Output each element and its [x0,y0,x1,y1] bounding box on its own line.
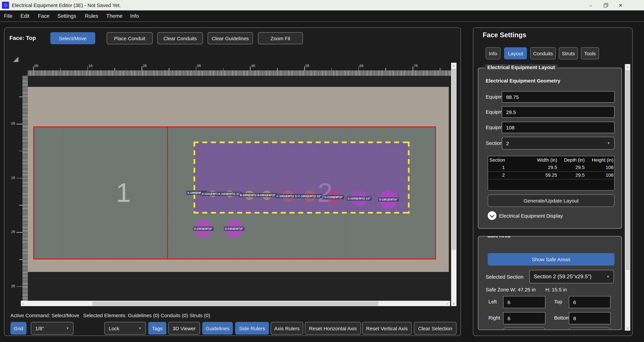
a-1102-label: A-1102|EMT|1 1/2" [217,192,242,196]
axis-rulers-button[interactable]: Axis Rulers [271,322,303,334]
sections-table[interactable]: SectionWidth (in)Depth (in)Height (in)12… [488,156,614,190]
place-conduit-button[interactable]: Place Conduit [107,32,152,44]
guidelines-button[interactable]: Guidelines [202,322,233,334]
safe-zone-height-text: H: 15.5 in [546,287,567,292]
tab-tools[interactable]: Tools [581,47,599,59]
table-cell: 29.5 [518,165,557,170]
tab-layout[interactable]: Layout [504,47,527,59]
table-header-section: Section [489,157,518,162]
safe-area-group-legend: Safe Area [485,236,513,238]
sections-dropdown[interactable]: 2 ▼ [502,137,614,150]
h-ruler-label: 0ft [34,64,38,68]
clear-conduits-button[interactable]: Clear Conduits [157,32,203,44]
menu-info[interactable]: Info [130,13,139,19]
1-8-dropdown[interactable]: 1/8"▼ [31,322,74,334]
horizontal-scroll-thumb[interactable] [92,301,378,306]
ruler-origin-icon [13,57,18,62]
tags-button[interactable]: Tags [148,322,166,334]
tab-struts[interactable]: Struts [559,47,578,59]
table-header-depth-in: Depth (in) [557,157,585,162]
reset-vertical-axis-button[interactable]: Reset Vertical Axis [362,322,412,334]
selected-section-value: Section 2 (59.25"x29.5") [534,274,592,280]
title-bar: Electrical Equipment Editor (3E) - Not S… [0,0,644,10]
panel-scrollbar[interactable]: ∧ ∨ [625,64,630,330]
reset-horizontal-axis-button[interactable]: Reset Horizontal Axis [305,322,361,334]
h-ruler-label: 1ft [88,64,92,68]
tab-conduits[interactable]: Conduits [530,47,556,59]
bottom-margin-input[interactable] [569,312,610,324]
menu-rules[interactable]: Rules [85,13,98,19]
scroll-right-icon[interactable]: › [445,301,450,306]
clear-guidelines-button[interactable]: Clear Guidelines [208,32,253,44]
3d-viewer-button[interactable]: 3D Viewer [168,322,200,334]
safe-zone-width-text: Safe Zone W: 47.25 in [486,287,536,292]
table-row-separator [488,179,614,180]
canvas-horizontal-scrollbar[interactable]: ‹ › [21,301,450,306]
menu-edit[interactable]: Edit [20,13,29,19]
h-ruler-label: 6ft [360,64,364,68]
selected-section-dropdown[interactable]: Section 2 (59.25"x29.5") ▼ [529,270,614,283]
generate-layout-button[interactable]: Generate/Update Layout [488,194,614,207]
table-cell: 29.5 [557,172,585,178]
v-ruler-halftick [19,259,22,260]
show-safe-areas-button[interactable]: Show Safe Areas [488,253,614,266]
clipped-button[interactable] [569,328,610,330]
scroll-down-icon[interactable]: ∨ [625,325,630,330]
minimize-button[interactable]: – [583,0,598,10]
scroll-down-icon[interactable]: ∨ [451,301,456,306]
canvas-vertical-scrollbar[interactable]: ∧ ∨ [451,63,456,306]
equipment-height-in-input[interactable] [502,122,614,133]
safe-zone-dash-edge [408,142,410,214]
selected-section-label: Selected Section [486,274,524,280]
zoom-fit-button[interactable]: Zoom Fit [258,32,303,44]
clipped-button[interactable] [503,328,546,330]
select-move-button[interactable]: Select/Move [50,32,95,44]
vertical-scroll-thumb[interactable] [452,69,456,250]
geometry-heading: Electrical Equipment Geometry [486,78,560,84]
h-ruler-label: 5ft [305,64,309,68]
lock-dropdown[interactable]: Lock▼ [104,322,146,334]
menu-bar: FileEditFaceSettingsRulesThemeInfo [0,10,644,22]
equipment-display-expander-label[interactable]: Electrical Equipment Display [499,213,563,218]
h-ruler-label: 7ft [414,64,418,68]
maximize-restore-button[interactable] [598,0,613,10]
tab-info[interactable]: Info [486,47,500,59]
menu-face[interactable]: Face [38,13,50,19]
d-2302-label: D-2302|EMT|4" [193,227,214,231]
top-margin-label: Top [554,299,562,304]
v-ruler-label: 1ft [6,176,15,180]
grid-button[interactable]: Grid [10,322,26,334]
safe-zone-dash-edge [194,142,195,214]
menu-file[interactable]: File [4,13,12,19]
menu-settings[interactable]: Settings [57,13,76,19]
dropdown-value: Lock [109,326,119,331]
scroll-left-icon[interactable]: ‹ [21,301,26,306]
d-2301-label: D-2301|EMT|4" [378,198,399,202]
panel-title: Face Settings [483,31,526,39]
c-1002-label: C-1002|EMT|2 1/2" [298,194,322,198]
app-window: Electrical Equipment Editor (3E) - Not S… [0,0,644,342]
h-ruler-tick [304,66,305,70]
equipment-depth-in-input[interactable] [502,106,614,118]
left-margin-input[interactable] [503,296,546,308]
right-margin-label: Right [488,315,500,320]
top-margin-input[interactable] [569,296,610,308]
right-margin-input[interactable] [503,312,546,324]
scroll-up-icon[interactable]: ∧ [451,63,456,68]
h-ruler-tick [412,66,413,70]
close-button[interactable]: ✕ [613,0,628,10]
h-ruler-halftick [114,68,115,70]
v-ruler-tick [16,178,22,178]
menu-theme[interactable]: Theme [106,13,122,19]
table-row-separator [488,171,614,172]
side-rulers-button[interactable]: Side Rulers [235,322,269,334]
table-cell: 1 [489,165,518,170]
panel-scroll-thumb[interactable] [626,70,630,270]
h-ruler-halftick [60,68,61,70]
equipment-width-in-input[interactable] [502,91,614,102]
drawing-viewport[interactable]: 12 A-1000|EMT|1"A-1101|EMT|1 1/2A-1102|E… [28,76,451,301]
scroll-up-icon[interactable]: ∧ [625,64,630,70]
restore-icon [604,3,608,8]
clear-selection-button[interactable]: Clear Selection [414,322,456,334]
expander-chevron-icon[interactable] [488,211,496,220]
